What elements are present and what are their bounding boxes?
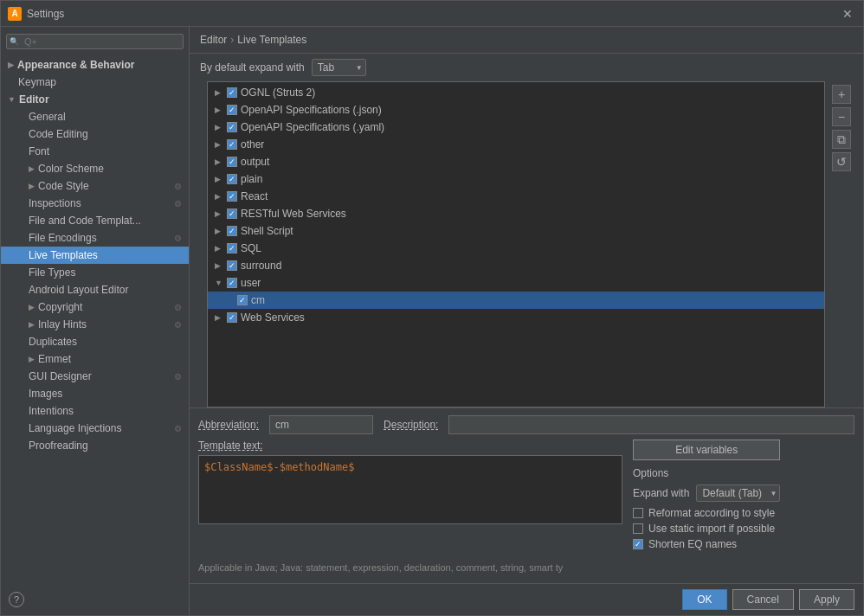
list-item[interactable]: ▶ Web Services xyxy=(208,309,824,326)
bottom-section: Abbreviation: Description: Template text… xyxy=(190,407,863,583)
list-item-cm[interactable]: cm xyxy=(208,292,824,309)
sidebar-item-duplicates[interactable]: Duplicates xyxy=(1,333,189,350)
item-label: OpenAPI Specifications (.json) xyxy=(241,104,382,116)
help-button[interactable]: ? xyxy=(9,592,24,607)
list-item[interactable]: ▶ OpenAPI Specifications (.json) xyxy=(208,101,824,119)
template-text-area[interactable]: $ClassName$-$methodName$ xyxy=(198,455,622,524)
remove-button[interactable]: − xyxy=(832,107,851,126)
apply-button[interactable]: Apply xyxy=(799,589,854,610)
sidebar-item-emmet[interactable]: ▶ Emmet xyxy=(1,350,189,368)
item-checkbox[interactable] xyxy=(227,191,237,202)
sidebar-item-code-editing[interactable]: Code Editing xyxy=(1,125,189,143)
item-checkbox[interactable] xyxy=(227,87,237,98)
sidebar-item-copyright[interactable]: ▶ Copyright ⚙ xyxy=(1,298,189,316)
item-label: SQL xyxy=(241,242,261,254)
template-text-col: Template text: $ClassName$-$methodName$ xyxy=(198,440,622,554)
sidebar-item-label: GUI Designer xyxy=(29,370,92,382)
abbr-desc-row: Abbreviation: Description: xyxy=(198,415,854,434)
sidebar-item-inspections[interactable]: Inspections ⚙ xyxy=(1,195,189,212)
sidebar-item-label: Intentions xyxy=(29,405,74,417)
list-item[interactable]: ▶ other xyxy=(208,136,824,153)
item-checkbox[interactable] xyxy=(227,209,237,219)
abbreviation-label: Abbreviation: xyxy=(198,419,259,431)
ok-button[interactable]: OK xyxy=(682,589,726,610)
item-checkbox[interactable] xyxy=(227,226,237,236)
sidebar-item-label: Font xyxy=(29,145,49,157)
arrow-icon: ▶ xyxy=(29,320,35,329)
tree-arrow-icon: ▶ xyxy=(215,88,223,97)
abbreviation-input[interactable] xyxy=(269,415,373,434)
breadcrumb-separator: › xyxy=(230,34,234,46)
sidebar-item-label: Inlay Hints xyxy=(38,318,87,330)
sidebar-item-font[interactable]: Font xyxy=(1,143,189,160)
main-content: Editor › Live Templates By default expan… xyxy=(190,27,863,615)
sidebar-item-live-templates[interactable]: Live Templates xyxy=(1,247,189,264)
item-checkbox[interactable] xyxy=(227,157,237,167)
expand-select[interactable]: Tab Enter Space xyxy=(312,59,366,76)
sidebar-item-file-code-templates[interactable]: File and Code Templat... xyxy=(1,212,189,229)
reset-button[interactable]: ↺ xyxy=(832,152,851,171)
sidebar-item-label: Copyright xyxy=(38,301,82,313)
sidebar-item-keymap[interactable]: Keymap xyxy=(1,74,189,91)
edit-variables-button[interactable]: Edit variables xyxy=(633,440,780,460)
list-area: ▶ OGNL (Struts 2) ▶ OpenAPI Specificatio… xyxy=(190,81,863,407)
item-checkbox[interactable] xyxy=(227,243,237,253)
sidebar-item-android-layout[interactable]: Android Layout Editor xyxy=(1,281,189,298)
sidebar-item-label: Code Style xyxy=(38,180,89,192)
item-label: user xyxy=(241,277,261,289)
list-item[interactable]: ▶ OpenAPI Specifications (.yaml) xyxy=(208,119,824,136)
sidebar-item-inlay-hints[interactable]: ▶ Inlay Hints ⚙ xyxy=(1,316,189,333)
cancel-button[interactable]: Cancel xyxy=(732,589,794,610)
list-item[interactable]: ▶ output xyxy=(208,153,824,170)
sidebar-item-gui-designer[interactable]: GUI Designer ⚙ xyxy=(1,368,189,385)
list-item[interactable]: ▼ user xyxy=(208,274,824,292)
item-checkbox[interactable] xyxy=(227,260,237,271)
item-checkbox[interactable] xyxy=(227,105,237,115)
shorten-eq-checkbox[interactable] xyxy=(633,539,643,549)
sidebar-item-intentions[interactable]: Intentions xyxy=(1,402,189,420)
list-item[interactable]: ▶ SQL xyxy=(208,240,824,257)
list-item[interactable]: ▶ React xyxy=(208,188,824,205)
sidebar-item-label: General xyxy=(29,111,66,123)
gear-icon: ⚙ xyxy=(174,320,182,330)
item-checkbox[interactable] xyxy=(227,312,237,323)
copy-button[interactable]: ⧉ xyxy=(832,130,851,149)
search-input[interactable] xyxy=(6,34,184,49)
dialog-footer: OK Cancel Apply xyxy=(190,583,863,615)
add-button[interactable]: + xyxy=(832,85,851,104)
expand-with-select[interactable]: Default (Tab) Tab Enter Space xyxy=(696,484,780,502)
sidebar-item-label: Editor xyxy=(19,93,49,106)
tree-arrow-icon: ▶ xyxy=(215,175,223,183)
description-input[interactable] xyxy=(448,415,854,434)
sidebar-item-file-encodings[interactable]: File Encodings ⚙ xyxy=(1,229,189,247)
item-checkbox[interactable] xyxy=(227,122,237,132)
item-checkbox[interactable] xyxy=(227,278,237,288)
list-item[interactable]: ▶ RESTful Web Services xyxy=(208,205,824,222)
sidebar-item-file-types[interactable]: File Types xyxy=(1,264,189,281)
item-label: plain xyxy=(241,173,262,185)
arrow-icon: ▶ xyxy=(29,303,35,311)
gear-icon: ⚙ xyxy=(174,182,182,191)
item-checkbox[interactable] xyxy=(237,295,248,305)
sidebar-item-code-style[interactable]: ▶ Code Style ⚙ xyxy=(1,177,189,195)
item-checkbox[interactable] xyxy=(227,174,237,184)
list-item[interactable]: ▶ plain xyxy=(208,170,824,188)
close-button[interactable]: ✕ xyxy=(839,5,856,22)
list-item[interactable]: ▶ surround xyxy=(208,257,824,274)
reformat-checkbox[interactable] xyxy=(633,508,643,518)
list-item[interactable]: ▶ OGNL (Struts 2) xyxy=(208,84,824,101)
sidebar-item-images[interactable]: Images xyxy=(1,385,189,402)
sidebar-item-color-scheme[interactable]: ▶ Color Scheme xyxy=(1,160,189,177)
static-import-checkbox[interactable] xyxy=(633,523,643,534)
sidebar-item-appearance[interactable]: ▶ Appearance & Behavior xyxy=(1,56,189,74)
sidebar-item-label: Color Scheme xyxy=(38,163,104,175)
sidebar-item-proofreading[interactable]: Proofreading xyxy=(1,437,189,454)
search-box xyxy=(1,30,189,53)
list-buttons: + − ⧉ ↺ xyxy=(829,81,854,407)
sidebar-item-language-injections[interactable]: Language Injections ⚙ xyxy=(1,420,189,437)
item-label: React xyxy=(241,190,268,202)
sidebar-item-editor[interactable]: ▼ Editor xyxy=(1,91,189,108)
list-item[interactable]: ▶ Shell Script xyxy=(208,222,824,240)
sidebar-item-general[interactable]: General xyxy=(1,108,189,125)
item-checkbox[interactable] xyxy=(227,139,237,150)
